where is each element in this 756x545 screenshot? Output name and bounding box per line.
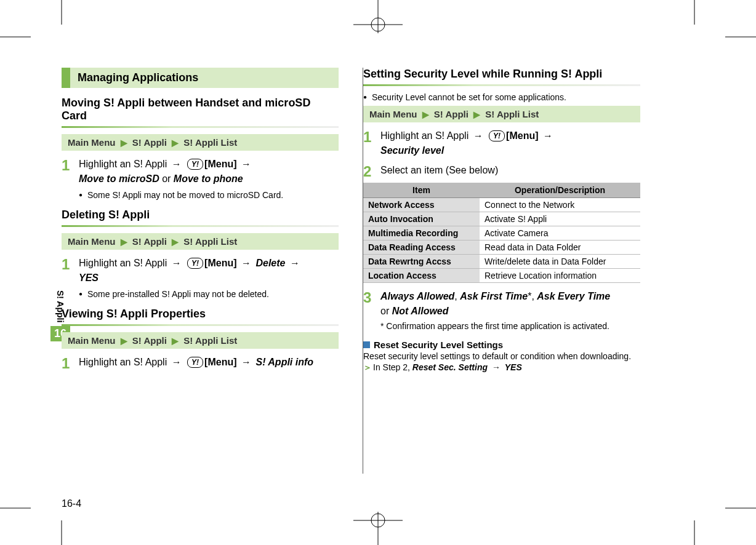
page-content: Managing Applications Moving S! Appli be…	[62, 37, 696, 517]
bc-arrow-icon: ▶	[172, 336, 179, 346]
arrow-icon: →	[543, 130, 553, 141]
table-header-desc: Operation/Description	[480, 183, 640, 198]
gt-icon: ＞	[363, 362, 372, 372]
footnote: * Confirmation appears the first time ap…	[380, 321, 640, 331]
reset-heading: Reset Security Level Settings	[363, 340, 640, 350]
gradient-line	[363, 84, 640, 86]
breadcrumb: Main Menu ▶ S! Appli ▶ S! Appli List	[62, 134, 339, 151]
step-number: 1	[62, 157, 79, 186]
step-text: Highlight an S! Appli → Y![Menu] → Delet…	[79, 256, 339, 285]
step-text: Highlight an S! Appli → Y![Menu] → S! Ap…	[79, 355, 339, 371]
column-divider	[363, 68, 363, 474]
breadcrumb: Main Menu ▶ S! Appli ▶ S! Appli List	[62, 332, 339, 349]
bc-arrow-icon: ▶	[422, 109, 429, 119]
step-text: Select an item (See below)	[380, 163, 640, 179]
bc-item: Main Menu	[68, 236, 116, 247]
note: Some S! Appli may not be moved to microS…	[79, 190, 339, 200]
step-number: 3	[363, 289, 380, 319]
step-number: 1	[62, 256, 79, 285]
right-column: Setting Security Level while Running S! …	[363, 37, 640, 375]
step: 2 Select an item (See below)	[363, 163, 640, 179]
bc-arrow-icon: ▶	[473, 109, 480, 119]
banner-accent	[62, 68, 70, 88]
step-number: 1	[62, 355, 79, 371]
gradient-line	[62, 225, 339, 227]
sub-heading-deleting: Deleting S! Appli	[62, 209, 339, 221]
bc-arrow-icon: ▶	[121, 138, 127, 148]
bc-arrow-icon: ▶	[172, 237, 179, 247]
step: 1 Highlight an S! Appli → Y![Menu] → Sec…	[363, 129, 640, 158]
sub-heading-moving: Moving S! Appli between Handset and micr…	[62, 97, 339, 122]
banner-title: Managing Applications	[70, 68, 339, 88]
arrow-icon: →	[172, 159, 182, 169]
arrow-icon: →	[241, 357, 251, 367]
reset-text: Reset security level settings to default…	[363, 351, 640, 361]
gradient-line	[62, 126, 339, 128]
gradient-line	[62, 324, 339, 326]
table-header-item: Item	[363, 183, 480, 198]
arrow-icon: →	[473, 130, 483, 141]
arrow-icon: →	[172, 357, 182, 367]
y-key-icon: Y!	[187, 258, 203, 269]
step-number: 1	[363, 129, 380, 158]
bc-item: S! Appli List	[183, 335, 237, 346]
bc-item: S! Appli	[132, 137, 167, 148]
table-row: Multimedia RecordingActivate Camera	[363, 226, 640, 241]
sub-heading-viewing: Viewing S! Appli Properties	[62, 308, 339, 320]
arrow-icon: →	[241, 159, 251, 169]
bc-item: S! Appli List	[485, 109, 539, 119]
bc-item: S! Appli	[132, 335, 167, 346]
table-row: Auto InvocationActivate S! Appli	[363, 212, 640, 226]
bc-arrow-icon: ▶	[121, 336, 127, 346]
step: 1 Highlight an S! Appli → Y![Menu] → Del…	[62, 256, 339, 285]
y-key-icon: Y!	[489, 130, 505, 141]
table-row: Network AccessConnect to the Network	[363, 198, 640, 212]
bc-item: Main Menu	[369, 109, 417, 119]
step-text: Always Allowed, Ask First Time*, Ask Eve…	[380, 289, 640, 319]
bc-item: Main Menu	[68, 137, 116, 148]
bc-item: S! Appli	[434, 109, 468, 119]
bc-item: S! Appli	[132, 236, 167, 247]
step-number: 2	[363, 163, 380, 179]
bc-arrow-icon: ▶	[121, 237, 127, 247]
bc-arrow-icon: ▶	[172, 138, 179, 148]
arrow-icon: →	[172, 258, 182, 268]
y-key-icon: Y!	[187, 159, 203, 170]
reset-instruction: ＞In Step 2, Reset Sec. Setting → YES	[363, 362, 640, 373]
table-row: Location AccessRetrieve Location informa…	[363, 269, 640, 283]
section-banner: Managing Applications	[62, 68, 339, 88]
y-key-icon: Y!	[187, 357, 203, 368]
step: 3 Always Allowed, Ask First Time*, Ask E…	[363, 289, 640, 319]
bc-item: S! Appli List	[183, 137, 237, 148]
arrow-icon: →	[241, 258, 251, 268]
breadcrumb: Main Menu ▶ S! Appli ▶ S! Appli List	[363, 106, 640, 122]
arrow-icon: →	[290, 258, 300, 268]
sub-heading-security: Setting Security Level while Running S! …	[363, 68, 640, 81]
note: Some pre-installed S! Appli may not be d…	[79, 289, 339, 299]
note: Security Level cannot be set for some ap…	[363, 92, 640, 102]
left-column: Managing Applications Moving S! Appli be…	[62, 37, 339, 375]
bc-item: S! Appli List	[183, 236, 237, 247]
step-text: Highlight an S! Appli → Y![Menu] → Move …	[79, 157, 339, 186]
step-text: Highlight an S! Appli → Y![Menu] → Secur…	[380, 129, 640, 158]
step: 1 Highlight an S! Appli → Y![Menu] → S! …	[62, 355, 339, 371]
page-number: 16-4	[62, 498, 81, 509]
breadcrumb: Main Menu ▶ S! Appli ▶ S! Appli List	[62, 233, 339, 250]
table-row: Data Reading AccessRead data in Data Fol…	[363, 241, 640, 255]
arrow-icon: →	[492, 362, 501, 372]
bc-item: Main Menu	[68, 335, 116, 346]
step: 1 Highlight an S! Appli → Y![Menu] → Mov…	[62, 157, 339, 186]
security-items-table: Item Operation/Description Network Acces…	[363, 183, 640, 283]
table-row: Data Rewrtng AccssWrite/delete data in D…	[363, 255, 640, 269]
